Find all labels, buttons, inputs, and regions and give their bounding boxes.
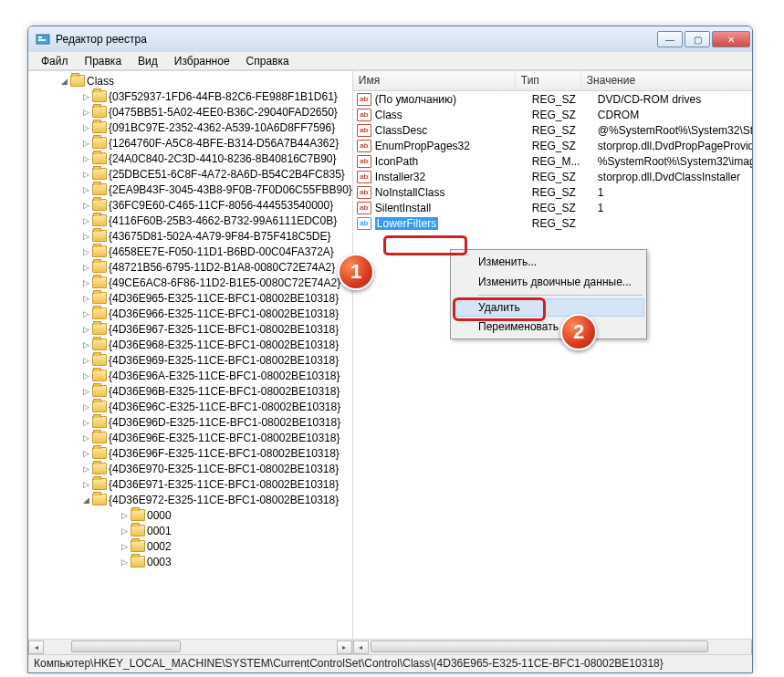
- tree-item[interactable]: ▷{0475BB51-5A02-4EE0-B36C-29040FAD2650}: [28, 104, 352, 120]
- list-row[interactable]: abInstaller32REG_SZstorprop.dll,DvdClass…: [353, 169, 752, 184]
- expand-icon[interactable]: ▷: [81, 170, 90, 179]
- expand-icon[interactable]: ▷: [81, 387, 90, 396]
- expand-icon[interactable]: ◢: [81, 495, 90, 505]
- expand-icon[interactable]: ▷: [81, 108, 90, 117]
- expand-icon[interactable]: ▷: [81, 402, 90, 411]
- expand-icon[interactable]: ▷: [81, 309, 90, 318]
- tree-subitem[interactable]: ▷0003: [28, 554, 352, 569]
- tree-hscrollbar[interactable]: ◂ ▸: [28, 639, 352, 654]
- list-hscrollbar[interactable]: ◂ ▸: [353, 639, 752, 654]
- expand-icon[interactable]: ▷: [81, 480, 90, 489]
- list-row[interactable]: abClassREG_SZCDROM: [353, 107, 752, 122]
- menu-help[interactable]: Справка: [239, 53, 297, 69]
- expand-icon[interactable]: ▷: [81, 201, 90, 210]
- scroll-right-button[interactable]: ▸: [337, 641, 352, 654]
- expand-icon[interactable]: ▷: [81, 433, 90, 443]
- menu-view[interactable]: Вид: [131, 53, 165, 69]
- menu-edit[interactable]: Правка: [78, 53, 130, 69]
- expand-icon[interactable]: ▷: [81, 449, 90, 458]
- scroll-right-button[interactable]: ▸: [751, 641, 752, 654]
- expand-icon[interactable]: ▷: [81, 216, 90, 225]
- scroll-left-button[interactable]: ◂: [28, 641, 44, 654]
- expand-icon[interactable]: ▷: [81, 263, 90, 272]
- expand-icon[interactable]: ▷: [81, 371, 90, 380]
- tree-item[interactable]: ▷{4D36E96A-E325-11CE-BFC1-08002BE10318}: [28, 368, 352, 383]
- tree-item[interactable]: ▷{03F52937-1FD6-44FB-82C6-FE988F1B1D61}: [28, 89, 352, 104]
- expand-icon[interactable]: ▷: [81, 247, 90, 256]
- expand-icon[interactable]: ▷: [81, 185, 90, 194]
- expand-icon[interactable]: ▷: [81, 340, 90, 349]
- tree-item[interactable]: ▷{4D36E96E-E325-11CE-BFC1-08002BE10318}: [28, 430, 352, 445]
- tree-item[interactable]: ▷{4D36E965-E325-11CE-BFC1-08002BE10318}: [28, 290, 352, 306]
- tree-item[interactable]: ▷{4D36E96F-E325-11CE-BFC1-08002BE10318}: [28, 445, 352, 461]
- tree-item[interactable]: ▷{43675D81-502A-4A79-9F84-B75F418C5DE}: [28, 228, 352, 244]
- tree-item[interactable]: ▷{48721B56-6795-11D2-B1A8-0080C72E74A2}: [28, 259, 352, 275]
- scroll-left-button[interactable]: ◂: [353, 641, 369, 654]
- tree-subitem[interactable]: ▷0002: [28, 538, 352, 554]
- expand-icon[interactable]: ▷: [120, 511, 129, 520]
- tree-item[interactable]: ▷{25DBCE51-6C8F-4A72-8A6D-B54C2B4FC835}: [28, 166, 352, 182]
- tree-item[interactable]: ▷{4D36E971-E325-11CE-BFC1-08002BE10318}: [28, 476, 352, 492]
- list-row[interactable]: abIconPathREG_M...%SystemRoot%\System32\…: [353, 153, 752, 169]
- tree-item-root[interactable]: ◢Class: [28, 73, 352, 89]
- tree-item[interactable]: ▷{49CE6AC8-6F86-11D2-B1E5-0080C72E74A2}: [28, 275, 352, 290]
- tree-subitem[interactable]: ▷0001: [28, 523, 352, 538]
- context-menu-delete[interactable]: Удалить: [453, 298, 644, 317]
- expand-icon[interactable]: ▷: [81, 294, 90, 303]
- tree-item[interactable]: ▷{24A0C840-2C3D-4410-8236-8B40816C7B90}: [28, 151, 352, 166]
- tree-item[interactable]: ▷{4116F60B-25B3-4662-B732-99A6111EDC0B}: [28, 213, 352, 228]
- expand-icon[interactable]: ▷: [120, 557, 129, 567]
- tree-item[interactable]: ▷{4D36E966-E325-11CE-BFC1-08002BE10318}: [28, 306, 352, 321]
- scroll-thumb[interactable]: [371, 641, 708, 652]
- expand-icon[interactable]: ▷: [81, 278, 90, 287]
- context-menu-modify[interactable]: Изменить...: [453, 252, 644, 272]
- expand-icon[interactable]: ▷: [81, 464, 90, 474]
- list-row[interactable]: abLowerFiltersREG_SZ: [353, 215, 752, 231]
- list-body[interactable]: ab(По умолчанию)REG_SZDVD/CD-ROM drivesa…: [353, 91, 752, 639]
- tree-subitem[interactable]: ▷0000: [28, 507, 352, 523]
- tree-item[interactable]: ▷{4D36E96C-E325-11CE-BFC1-08002BE10318}: [28, 399, 352, 414]
- list-row[interactable]: ab(По умолчанию)REG_SZDVD/CD-ROM drives: [353, 91, 752, 107]
- expand-icon[interactable]: ▷: [81, 154, 90, 163]
- list-row[interactable]: abNoInstallClassREG_SZ1: [353, 184, 752, 200]
- tree-item[interactable]: ▷{4658EE7E-F050-11D1-B6BD-00C04FA372A}: [28, 244, 352, 259]
- maximize-button[interactable]: ▢: [685, 31, 710, 47]
- tree-item[interactable]: ▷{4D36E96D-E325-11CE-BFC1-08002BE10318}: [28, 414, 352, 430]
- menu-favorites[interactable]: Избранное: [167, 53, 237, 69]
- expand-icon[interactable]: ▷: [81, 232, 90, 241]
- list-row[interactable]: abEnumPropPages32REG_SZstorprop.dll,DvdP…: [353, 138, 752, 153]
- expand-icon[interactable]: ▷: [120, 542, 129, 551]
- tree-item[interactable]: ▷{4D36E96B-E325-11CE-BFC1-08002BE10318}: [28, 383, 352, 399]
- expand-icon[interactable]: ▷: [81, 123, 90, 132]
- tree-item[interactable]: ▷{4D36E969-E325-11CE-BFC1-08002BE10318}: [28, 352, 352, 368]
- tree-item[interactable]: ▷{2EA9B43F-3045-43B8-9F0B-7F0D06C55FBB90…: [28, 182, 352, 197]
- collapse-icon[interactable]: ◢: [59, 77, 68, 86]
- expand-icon[interactable]: ▷: [81, 418, 90, 427]
- tree-item[interactable]: ▷{36FC9E60-C465-11CF-8056-444553540000}: [28, 197, 352, 213]
- tree-item[interactable]: ▷{1264760F-A5C8-4BFE-B314-D56A7B44A362}: [28, 135, 352, 151]
- list-row[interactable]: abClassDescREG_SZ@%SystemRoot%\System32\…: [353, 122, 752, 138]
- column-type[interactable]: Тип: [516, 71, 581, 90]
- column-name[interactable]: Имя: [353, 71, 516, 90]
- tree-item[interactable]: ◢{4D36E972-E325-11CE-BFC1-08002BE10318}: [28, 492, 352, 507]
- value-name: IconPath: [375, 155, 532, 168]
- context-menu-modify-binary[interactable]: Изменить двоичные данные...: [453, 272, 644, 292]
- minimize-button[interactable]: —: [657, 31, 683, 47]
- titlebar[interactable]: Редактор реестра — ▢ ✕: [28, 26, 752, 52]
- expand-icon[interactable]: ▷: [120, 526, 129, 536]
- context-menu-rename[interactable]: Переименовать: [453, 317, 644, 337]
- tree-item[interactable]: ▷{4D36E968-E325-11CE-BFC1-08002BE10318}: [28, 337, 352, 352]
- menu-file[interactable]: Файл: [34, 53, 76, 69]
- tree-scroll[interactable]: ◢Class▷{03F52937-1FD6-44FB-82C6-FE988F1B…: [28, 71, 352, 639]
- column-value[interactable]: Значение: [581, 71, 752, 90]
- expand-icon[interactable]: ▷: [81, 356, 90, 365]
- expand-icon[interactable]: ▷: [81, 139, 90, 148]
- tree-item[interactable]: ▷{091BC97E-2352-4362-A539-10A6D8FF7596}: [28, 120, 352, 135]
- expand-icon[interactable]: ▷: [81, 92, 90, 101]
- tree-item[interactable]: ▷{4D36E970-E325-11CE-BFC1-08002BE10318}: [28, 461, 352, 476]
- tree-item[interactable]: ▷{4D36E967-E325-11CE-BFC1-08002BE10318}: [28, 321, 352, 337]
- list-row[interactable]: abSilentInstallREG_SZ1: [353, 200, 752, 215]
- close-button[interactable]: ✕: [712, 31, 750, 47]
- scroll-thumb[interactable]: [71, 641, 181, 652]
- expand-icon[interactable]: ▷: [81, 325, 90, 334]
